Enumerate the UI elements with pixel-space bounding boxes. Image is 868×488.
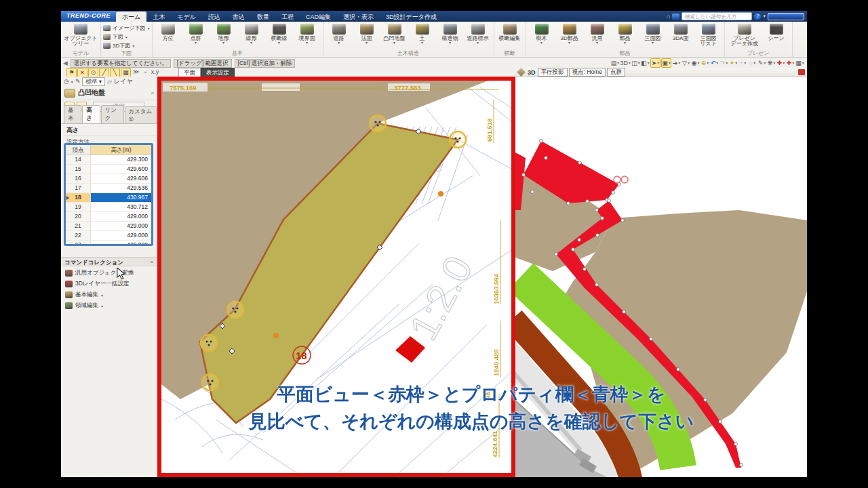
ribbon-tab[interactable]: CAD編集 xyxy=(300,11,337,22)
style-preset-select[interactable]: 標準 ▾ xyxy=(82,77,105,86)
ribbon-item-3d-underlay[interactable]: 3D下図 ▾ xyxy=(103,41,150,49)
ribbon-item-part[interactable]: 部品 ▾ xyxy=(612,23,639,47)
ribbon-tab[interactable]: モデル xyxy=(171,11,202,22)
move-view-icon[interactable]: ✚▾ xyxy=(776,59,785,67)
close-view-icon[interactable] xyxy=(798,69,805,75)
visibility-icon[interactable]: ◉▾ xyxy=(691,59,700,67)
snap-line-icon[interactable]: ╲ xyxy=(110,68,120,77)
table-row[interactable]: 23 429.000 xyxy=(66,241,151,246)
table-row[interactable]: 21 429.000 xyxy=(66,222,151,231)
view-tab[interactable]: 平面 xyxy=(178,68,201,77)
snap-intersection-icon[interactable]: × xyxy=(77,68,87,77)
split-columns-icon[interactable]: ◫▾ xyxy=(631,59,640,67)
table-row[interactable]: 22 429.000 xyxy=(66,231,151,241)
render-brush-icon[interactable]: ✎▾ xyxy=(757,59,766,67)
collapse-icon[interactable]: « xyxy=(151,258,153,267)
help-caret-icon[interactable]: ▾ xyxy=(763,14,766,19)
assistant-icon[interactable] xyxy=(672,14,679,20)
ribbon-item-presentation-data[interactable]: プレゼン データ作成 ▾ xyxy=(727,23,762,47)
add-icon[interactable]: +▾ xyxy=(738,59,747,67)
ribbon-tab[interactable]: 選択・表示 xyxy=(337,11,380,22)
ribbon-item-structure[interactable]: 構造物 ▾ xyxy=(437,23,464,45)
home-icon[interactable]: ⌂ xyxy=(667,13,670,20)
ribbon-tab[interactable]: ホーム xyxy=(116,12,146,22)
ribbon-item-scene[interactable]: シーン ▾ xyxy=(763,23,790,47)
op-greater-icon[interactable]: ≫ xyxy=(132,68,140,76)
panel-tab[interactable]: カスタム① xyxy=(125,106,157,123)
table-row[interactable]: 19 430.712 xyxy=(66,203,151,212)
ribbon-item-uneven-ground[interactable]: 凸凹地盤 ▾ xyxy=(381,23,408,45)
snap-edge-icon[interactable]: ╱ xyxy=(99,68,109,77)
view3d-mode-chip[interactable]: 視点: Home xyxy=(569,68,606,77)
view-3d-icon[interactable]: 3D▾ xyxy=(620,59,631,67)
op-minus-icon[interactable]: − xyxy=(141,68,150,76)
snap-grid-icon[interactable]: ▦ xyxy=(121,68,131,77)
grid-settings-icon[interactable]: ▦▾ xyxy=(795,59,804,67)
ribbon-tab[interactable]: 工程 xyxy=(275,11,300,22)
ribbon-item-cross-section-edit[interactable]: 横断編集 ▾ xyxy=(496,23,524,41)
ribbon-item-boundary-surface[interactable]: 境界面 ▾ xyxy=(294,23,321,45)
pick-color-icon[interactable]: ❋▾ xyxy=(767,59,776,67)
ribbon-item-point-cloud[interactable]: 点群 ▾ xyxy=(182,23,210,45)
redo-icon[interactable]: ↷▾ xyxy=(719,59,728,67)
idea-bulb-icon[interactable]: ✦▾ xyxy=(729,59,738,67)
table-row[interactable]: 16 429.606 xyxy=(66,174,151,184)
ribbon-item-image-underlay[interactable]: イメージ下図 ▾ xyxy=(103,24,150,32)
undo-icon[interactable]: ↶▾ xyxy=(710,59,719,67)
ribbon-tab[interactable]: 数量 xyxy=(251,11,275,22)
eraser-icon[interactable]: ▱ xyxy=(107,78,112,85)
table-row[interactable]: 17 429.536 xyxy=(66,184,151,193)
table-row[interactable]: 15 429.600 xyxy=(66,165,151,174)
command-generic-object-convert[interactable]: 汎用オブジェクト変換 ▾ xyxy=(61,268,157,279)
ribbon-item-compass[interactable]: 方位 ▾ xyxy=(155,23,182,45)
command-region-edit[interactable]: 領域編集 ▾ xyxy=(61,300,157,311)
search-input[interactable] xyxy=(682,12,752,20)
view-tab[interactable]: 表示設定 xyxy=(201,68,235,77)
panel-tab[interactable]: 基本 xyxy=(64,105,81,123)
ribbon-item-cross-section-line[interactable]: 横断線 ▾ xyxy=(266,23,293,45)
view3d-mode-chip[interactable]: 点群 xyxy=(607,68,625,77)
view-list-icon[interactable]: ▤▾ xyxy=(610,59,619,67)
ribbon-item-soil[interactable]: 土 ▾ xyxy=(409,23,436,45)
filter-icon[interactable]: ▽▾ xyxy=(682,59,690,67)
ribbon-tab[interactable]: 読込 xyxy=(202,11,226,22)
layer-label[interactable]: レイヤー xyxy=(114,77,133,86)
snap-flag-icon[interactable]: ⚑ xyxy=(66,68,77,77)
command-3d-layer-batch[interactable]: 3Dレイヤー一括設定 ▾ xyxy=(61,279,157,289)
move-object-icon[interactable]: ✚▾ xyxy=(786,59,795,67)
ribbon-tab[interactable]: 3D設計データ作成 xyxy=(380,11,443,22)
ribbon-item-three-view[interactable]: 三面図 ▾ xyxy=(639,23,667,47)
history-clock-icon[interactable]: ◷ xyxy=(64,78,69,85)
ribbon-item-tree[interactable]: 樹木 ▾ xyxy=(528,23,555,47)
ribbon-item-3da-view[interactable]: 3DA面 ▾ xyxy=(667,23,694,47)
ribbon-item-road[interactable]: 道路 ▾ xyxy=(326,23,353,45)
ribbon-item-underlay[interactable]: 下図 ▾ xyxy=(103,33,150,41)
coordinate-input-icon[interactable]: x,y xyxy=(151,68,159,76)
refresh-icon[interactable]: ○▾ xyxy=(748,59,757,67)
ribbon-item-terrain[interactable]: 地形 ▾ xyxy=(210,23,237,45)
table-row[interactable]: 18 430.967 xyxy=(66,193,151,203)
zoom-tool-icon[interactable]: ⊕▾ xyxy=(701,59,709,67)
ribbon-item-object-tree[interactable]: オブジェクト ツリー ▾ xyxy=(63,23,98,47)
ribbon-item-3d-part[interactable]: 3D部品 ▾ xyxy=(556,23,583,47)
snap-point-icon[interactable]: ⊙ xyxy=(88,68,98,77)
ribbon-item-road-marking[interactable]: 道路標示 ▾ xyxy=(465,23,492,45)
panel-tab[interactable]: 高さ xyxy=(82,105,100,123)
ribbon-tab[interactable]: 土木 xyxy=(146,11,171,22)
ribbon-item-three-view-list[interactable]: 三面図 リスト ▾ xyxy=(695,23,722,47)
ribbon-item-alignment[interactable]: 線形 ▾ xyxy=(238,23,265,45)
panel-tab[interactable]: リンク xyxy=(101,105,124,123)
table-row[interactable]: 14 429.300 xyxy=(66,155,151,165)
ribbon-item-generic[interactable]: 汎用 ▾ xyxy=(584,23,611,47)
select-range-icon[interactable]: ▣▾ xyxy=(661,58,671,68)
display-mode-icon[interactable]: ➔▾ xyxy=(672,59,681,67)
view3d-mode-chip[interactable]: 平行投影 xyxy=(538,68,568,77)
ribbon-item-slope[interactable]: 法面 ▾ xyxy=(353,23,380,45)
command-basic-edit[interactable]: 基本編集 ▾ xyxy=(61,289,157,300)
help-icon[interactable]: ? xyxy=(754,13,761,20)
table-row[interactable]: 20 429.000 xyxy=(66,212,151,222)
select-arrow-icon[interactable]: ➤▾ xyxy=(650,58,660,68)
ribbon-tab[interactable]: 書込 xyxy=(226,11,251,22)
collapse-panel-icon[interactable]: « xyxy=(151,90,154,96)
pen-icon[interactable]: ✎ xyxy=(75,78,81,85)
